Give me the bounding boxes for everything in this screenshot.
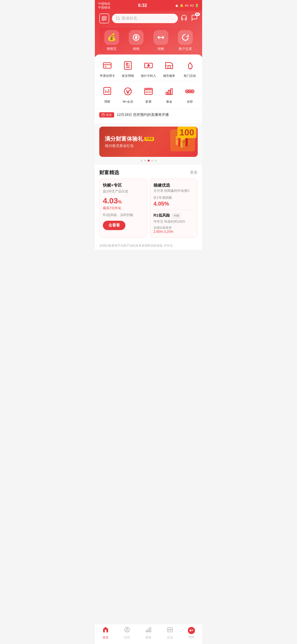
status-bar: 中国电信 中国移动 6:32 ⏰ 🔔 4G 4G 🔋: [95, 0, 202, 11]
svg-rect-5: [103, 63, 111, 68]
more-link[interactable]: 更多: [190, 170, 198, 175]
svg-rect-21: [102, 114, 105, 116]
svg-rect-11: [145, 88, 152, 94]
search-placeholder: 医保补充: [122, 16, 137, 21]
section-title: 财富精选: [99, 169, 119, 176]
card1-title: 快赎+专区: [103, 183, 144, 188]
carrier-info: 中国电信 中国移动: [98, 2, 110, 10]
message-button[interactable]: 91: [191, 14, 198, 23]
search-bar[interactable]: 医保补充: [112, 14, 178, 23]
hot-icon: [184, 59, 196, 72]
quick-item-zaozaobao[interactable]: 💰 朝朝宝: [99, 30, 124, 51]
time-display: 6:32: [138, 3, 147, 8]
todo-text: 12月28日 您所预约的直播将开播: [117, 112, 169, 117]
todo-badge: 待办: [99, 112, 114, 118]
notification-icon: 🔔: [180, 4, 184, 7]
signal-icon: 4G: [185, 4, 189, 7]
service-all[interactable]: 全部: [179, 85, 200, 104]
dot-5: [155, 160, 157, 162]
card2-section2-title: R1低风险: [153, 213, 170, 217]
city-icon: [163, 59, 175, 72]
card2-badge: 代销: [172, 213, 180, 218]
service-label-interbank: 他行卡转入: [141, 74, 156, 78]
dot-3: [148, 160, 150, 162]
svg-point-15: [186, 91, 187, 92]
banner-card[interactable]: 满分财富体验礼升级版 领20毫克黄金红包 🎁 100: [99, 127, 198, 157]
header: 医保补充 91 💰 朝朝宝: [95, 11, 202, 57]
mplus-icon: [122, 85, 134, 97]
banner-text: 满分财富体验礼升级版 领20毫克黄金红包: [105, 135, 154, 148]
main-content: 申请信用卡 收支明细 他行卡转入: [95, 54, 202, 123]
fund-icon: [163, 85, 175, 97]
card1-desc: R1低风险，实时到账: [103, 213, 144, 217]
transactions-icon: [122, 59, 134, 72]
product-card-left[interactable]: 快赎+专区 超100支产品任选 4.03% 最高7日年化 R1低风险，实时到账 …: [99, 179, 147, 238]
signal2-icon: 4G: [190, 4, 194, 7]
all-icon: [184, 85, 196, 97]
disclaimer: 业绩比较基准不代表产品的未来表现和实际收益 半年宝...: [95, 242, 202, 250]
service-mplus[interactable]: M+会员: [118, 85, 138, 104]
quick-item-borrow[interactable]: 借钱: [124, 30, 149, 51]
service-fund[interactable]: 基金: [159, 85, 179, 104]
service-label-movie: 影票: [145, 100, 152, 104]
service-grid-1: 申请信用卡 收支明细 他行卡转入: [95, 54, 202, 80]
dot-2: [144, 160, 146, 162]
service-movie[interactable]: 影票: [138, 85, 159, 104]
card2-perf: 2.85%-3.25%: [153, 230, 194, 234]
card1-rate-note: 最高7日年化: [103, 206, 144, 211]
banner-tag: 升级版: [144, 137, 154, 141]
svg-rect-0: [102, 16, 104, 18]
search-icon: [116, 16, 120, 21]
card2-rate-label: 近1年涨跌幅: [153, 195, 194, 200]
service-label-fund: 基金: [166, 100, 172, 104]
svg-point-17: [192, 91, 193, 92]
scan-button[interactable]: [99, 13, 109, 23]
quick-label-overview: 账户总览: [179, 47, 192, 51]
alarm-icon: ⏰: [175, 4, 179, 7]
transfer-icon: [153, 30, 168, 45]
service-label-credit: 申请信用卡: [100, 74, 115, 78]
service-label-city: 城市服务: [163, 74, 175, 78]
card1-btn[interactable]: 去看看: [103, 221, 125, 230]
todo-bar[interactable]: 待办 12月28日 您所预约的直播将开播: [95, 109, 202, 121]
headset-button[interactable]: [181, 14, 187, 23]
service-label-wealth: 理财: [104, 100, 110, 104]
banner-dots: [99, 160, 198, 162]
overview-icon: [178, 30, 193, 45]
product-card-right[interactable]: 稳健优选 月月享 招商鑫利中短债C 近1年涨跌幅 4.05% R1低风险 代销 …: [150, 179, 198, 238]
quick-item-overview[interactable]: 账户总览: [173, 30, 198, 51]
header-top: 医保补充 91: [99, 13, 198, 23]
card1-rate: 4.03: [103, 197, 118, 205]
service-interbank[interactable]: 他行卡转入: [138, 59, 159, 78]
card2-perf-label: 业绩比较基准: [153, 226, 194, 230]
interbank-icon: [142, 59, 155, 72]
dot-1: [141, 160, 142, 162]
wealth-icon: [101, 85, 113, 97]
message-badge: 91: [195, 13, 200, 16]
banner-graphic: 🎁 100: [165, 129, 195, 154]
movie-icon: [142, 85, 155, 97]
card1-rate-wrapper: 4.03%: [103, 197, 144, 205]
quick-item-transfer[interactable]: 转账: [148, 30, 173, 51]
svg-rect-2: [102, 19, 104, 20]
card2-rate: 4.05%: [153, 201, 194, 207]
service-wealth[interactable]: 理财: [97, 85, 118, 104]
quick-label-borrow: 借钱: [133, 47, 139, 51]
svg-rect-12: [166, 92, 167, 94]
quick-menu: 💰 朝朝宝 借钱 转账: [99, 28, 198, 52]
card2-name: 半年宝 和鼎封闭102A: [153, 219, 194, 224]
section-header: 财富精选 更多: [95, 165, 202, 179]
svg-rect-1: [105, 16, 106, 18]
card1-rate-unit: %: [118, 200, 122, 204]
card2-sub: 月月享 招商鑫利中短债C: [153, 189, 194, 193]
service-city[interactable]: 城市服务: [159, 59, 179, 78]
service-credit-card[interactable]: 申请信用卡: [97, 59, 118, 78]
service-grid-2: 理财 M+会员 影票: [95, 83, 202, 109]
service-transactions[interactable]: 收支明细: [118, 59, 138, 78]
borrow-icon: [129, 30, 144, 45]
nav-spacer: [95, 250, 202, 269]
zaozaobao-icon: 💰: [104, 30, 119, 45]
service-label-hot: 热门活动: [184, 74, 196, 78]
quick-label-transfer: 转账: [158, 47, 164, 51]
service-hot[interactable]: 热门活动: [179, 59, 200, 78]
